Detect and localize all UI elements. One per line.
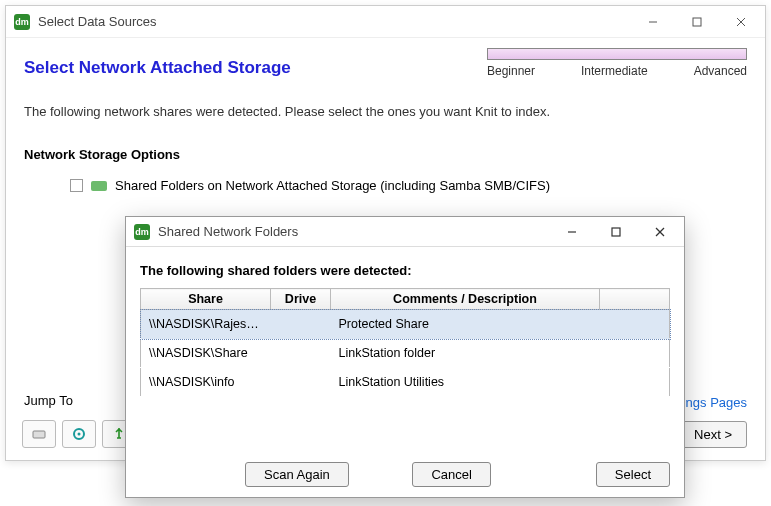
svg-rect-8 [612,228,620,236]
main-titlebar: dm Select Data Sources [6,6,765,38]
nas-folder-icon [91,181,107,191]
close-button[interactable] [719,7,763,37]
section-title: Network Storage Options [24,147,747,162]
cell-spacer [600,310,670,339]
table-row[interactable]: \\NASDISK\Rajes…Protected Share [141,310,670,339]
cell-desc: LinkStation folder [331,339,600,368]
minimize-button[interactable] [631,7,675,37]
nas-checkbox[interactable] [70,179,83,192]
cell-share: \\NASDISK\Rajes… [141,310,271,339]
level-intermediate: Intermediate [581,64,648,78]
modal-title: Shared Network Folders [158,224,550,239]
cell-drive [271,368,331,397]
shares-table: Share Drive Comments / Description \\NAS… [140,288,670,397]
svg-point-6 [78,433,81,436]
table-row[interactable]: \\NASDISK\infoLinkStation Utilities [141,368,670,397]
cell-spacer [600,339,670,368]
table-header: Share Drive Comments / Description [141,289,670,310]
app-icon: dm [14,14,30,30]
level-beginner: Beginner [487,64,535,78]
modal-close-button[interactable] [638,217,682,247]
cancel-button[interactable]: Cancel [412,462,490,487]
cell-drive [271,339,331,368]
scan-again-button[interactable]: Scan Again [245,462,349,487]
modal-minimize-button[interactable] [550,217,594,247]
nas-option-label: Shared Folders on Network Attached Stora… [115,178,550,193]
modal-intro: The following shared folders were detect… [140,263,670,278]
cell-desc: Protected Share [331,310,600,339]
maximize-button[interactable] [675,7,719,37]
table-row[interactable]: \\NASDISK\ShareLinkStation folder [141,339,670,368]
modal-maximize-button[interactable] [594,217,638,247]
jump-optical-button[interactable] [62,420,96,448]
svg-rect-1 [693,18,701,26]
cell-share: \\NASDISK\info [141,368,271,397]
difficulty-slider[interactable]: Beginner Intermediate Advanced [487,48,747,78]
cell-desc: LinkStation Utilities [331,368,600,397]
difficulty-bar [487,48,747,60]
settings-pages-link[interactable]: ngs Pages [686,395,747,410]
col-desc[interactable]: Comments / Description [331,289,600,310]
jump-disk-button[interactable] [22,420,56,448]
level-advanced: Advanced [694,64,747,78]
jump-to-label: Jump To [24,393,73,408]
window-title: Select Data Sources [38,14,631,29]
shared-folders-dialog: dm Shared Network Folders The following … [125,216,685,498]
app-icon: dm [134,224,150,240]
cell-share: \\NASDISK\Share [141,339,271,368]
intro-text: The following network shares were detect… [24,104,747,119]
col-drive[interactable]: Drive [271,289,331,310]
modal-titlebar: dm Shared Network Folders [126,217,684,247]
col-share[interactable]: Share [141,289,271,310]
col-spacer [600,289,670,310]
cell-drive [271,310,331,339]
cell-spacer [600,368,670,397]
select-button[interactable]: Select [596,462,670,487]
svg-rect-4 [33,431,45,438]
next-button[interactable]: Next > [679,421,747,448]
